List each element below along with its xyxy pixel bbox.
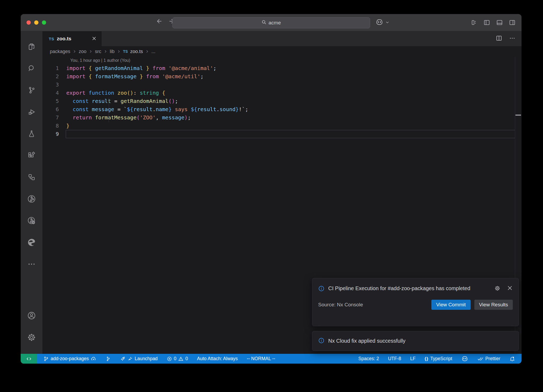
code-line-7[interactable]: 7 return formatMessage('ZOO', message); <box>42 114 522 122</box>
testing-icon[interactable] <box>24 124 39 143</box>
auto-attach-status[interactable]: Auto Attach: Always <box>194 354 240 364</box>
rocket-icon <box>120 356 126 362</box>
code-line-6[interactable]: 6 const message = `${result.name} says $… <box>42 105 522 114</box>
run-and-debug-icon[interactable] <box>24 102 39 121</box>
branch-name: add-zoo-packages <box>51 356 89 361</box>
indentation-status[interactable]: Spaces: 2 <box>356 354 382 364</box>
zoom-window-button[interactable] <box>42 20 46 25</box>
code-line-8[interactable]: 8} <box>42 122 522 130</box>
split-editor-icon[interactable] <box>496 35 502 43</box>
typescript-file-icon: TS <box>123 49 128 54</box>
customize-layout-icon[interactable] <box>471 19 478 27</box>
publish-cloud-icon <box>91 356 97 362</box>
problems-status[interactable]: 0 0 <box>164 354 191 364</box>
chevron-right-icon <box>73 50 76 53</box>
code-line-5[interactable]: 5 const result = getRandomAnimal(); <box>42 97 522 105</box>
chevron-right-icon <box>145 50 149 53</box>
view-commit-button[interactable]: View Commit <box>431 300 471 310</box>
braces-icon: {} <box>424 356 428 361</box>
vim-mode-status[interactable]: -- NORMAL -- <box>244 354 278 364</box>
breadcrumb-file[interactable]: zoo.ts <box>130 49 143 54</box>
tab-zoo-ts[interactable]: TS zoo.ts <box>42 31 102 46</box>
activity-bar <box>21 31 42 354</box>
title-bar: acme <box>21 14 522 31</box>
breadcrumb-more[interactable]: ... <box>151 49 155 54</box>
copilot-icon <box>375 18 383 27</box>
notification-close-icon[interactable] <box>507 285 513 292</box>
copilot-icon <box>461 355 468 362</box>
notification-ci-pipeline: CI Pipeline Execution for #add-zoo-packa… <box>312 278 519 326</box>
code-line-4[interactable]: 4export function zoo(): string { <box>42 89 522 97</box>
chevron-right-icon <box>104 50 107 53</box>
code-line-9[interactable]: 9 <box>42 130 522 138</box>
remote-indicator[interactable] <box>21 354 37 364</box>
traffic-lights <box>27 20 46 25</box>
close-window-button[interactable] <box>27 20 31 25</box>
code-line-2[interactable]: 2import { formatMessage } from '@acme/ut… <box>42 72 522 81</box>
eol-status[interactable]: LF <box>408 354 418 364</box>
breadcrumb-src[interactable]: src <box>95 49 101 54</box>
status-bar: add-zoo-packages Launchpad <box>21 354 522 364</box>
git-blame-annotation: You, 1 hour ago | 1 author (You) <box>42 57 522 64</box>
explorer-icon[interactable] <box>24 37 39 56</box>
notification-nx-cloud-fix: Nx Cloud fix applied successfully <box>312 331 519 351</box>
code-line-3[interactable]: 3 <box>42 81 522 89</box>
settings-gear-icon[interactable] <box>24 328 39 347</box>
more-views-icon[interactable] <box>24 255 39 274</box>
launchpad-status[interactable]: Launchpad <box>117 354 160 364</box>
launchpad-label: Launchpad <box>135 356 158 361</box>
info-icon <box>318 285 325 293</box>
line-number: 2 <box>42 72 59 81</box>
source-control-icon[interactable] <box>24 81 39 100</box>
error-count: 0 <box>174 356 177 361</box>
chevron-down-icon <box>386 20 389 25</box>
breadcrumb-lib[interactable]: lib <box>110 49 115 54</box>
nx-cloud-icon[interactable] <box>24 211 39 230</box>
toggle-secondary-sidebar-icon[interactable] <box>509 19 516 27</box>
view-results-button[interactable]: View Results <box>474 300 513 310</box>
search-text: acme <box>269 20 281 26</box>
double-check-icon <box>477 356 484 362</box>
tab-bar: TS zoo.ts <box>42 31 522 46</box>
notification-source: Source: Nx Console <box>318 302 363 308</box>
toggle-panel-icon[interactable] <box>496 19 503 27</box>
back-arrow-icon[interactable] <box>155 18 162 25</box>
notifications-bell[interactable] <box>507 354 518 364</box>
project-structure-icon[interactable] <box>24 168 39 187</box>
close-tab-icon[interactable] <box>91 36 97 42</box>
minimize-window-button[interactable] <box>34 20 38 25</box>
vscode-window: acme <box>21 14 522 364</box>
editor-more-actions-icon[interactable] <box>509 35 516 43</box>
error-icon <box>167 356 172 361</box>
overview-ruler-cursor-mark <box>515 115 521 116</box>
notification-message: Nx Cloud fix applied successfully <box>328 337 405 345</box>
copilot-menu[interactable] <box>375 18 389 27</box>
code-line-1[interactable]: 1import { getRandomAnimal } from '@acme/… <box>42 64 522 72</box>
line-number: 4 <box>42 89 59 97</box>
account-icon[interactable] <box>24 306 39 325</box>
prettier-status[interactable]: Prettier <box>475 354 503 364</box>
notification-message: CI Pipeline Execution for #add-zoo-packa… <box>328 285 475 293</box>
breadcrumb-zoo[interactable]: zoo <box>79 49 86 54</box>
notification-settings-gear-icon[interactable] <box>494 285 501 293</box>
command-center-search[interactable]: acme <box>172 17 370 28</box>
line-number: 1 <box>42 64 59 72</box>
search-view-icon[interactable] <box>24 59 39 78</box>
info-icon <box>318 337 325 345</box>
edge-browser-icon[interactable] <box>24 233 39 252</box>
encoding-status[interactable]: UTF-8 <box>385 354 404 364</box>
copilot-status[interactable] <box>459 354 471 364</box>
code-lines: 1import { getRandomAnimal } from '@acme/… <box>42 64 522 138</box>
bell-icon <box>509 356 515 362</box>
line-number: 6 <box>42 105 59 114</box>
source-control-graph-status[interactable] <box>103 354 113 364</box>
git-branch-status[interactable]: add-zoo-packages <box>41 354 99 364</box>
warning-icon <box>178 356 183 361</box>
line-number: 8 <box>42 122 59 130</box>
warning-count: 0 <box>185 356 188 361</box>
nx-console-icon[interactable] <box>24 189 39 208</box>
language-mode-status[interactable]: {} TypeScript <box>422 354 455 364</box>
breadcrumb-packages[interactable]: packages <box>50 49 70 54</box>
toggle-primary-sidebar-icon[interactable] <box>483 19 490 27</box>
extensions-icon[interactable] <box>24 146 39 165</box>
